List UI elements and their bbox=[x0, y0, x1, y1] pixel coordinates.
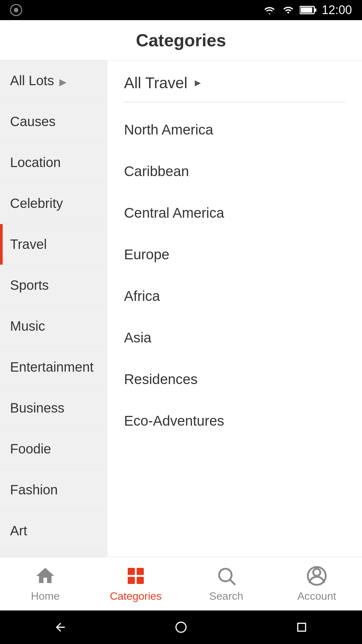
sidebar-item-sports[interactable]: Sports bbox=[0, 265, 107, 306]
svg-rect-5 bbox=[137, 568, 144, 575]
sidebar-item-music[interactable]: Music bbox=[0, 306, 107, 347]
nav-label-account: Account bbox=[297, 590, 336, 602]
all-travel-label: All Travel bbox=[124, 74, 187, 92]
sidebar-item-causes[interactable]: Causes bbox=[0, 101, 107, 142]
svg-point-8 bbox=[219, 569, 232, 581]
travel-item-residences[interactable]: Residences bbox=[107, 359, 362, 400]
status-time: 12:00 bbox=[322, 3, 352, 17]
all-travel-arrow: ► bbox=[193, 77, 203, 89]
travel-divider bbox=[124, 102, 345, 102]
category-sidebar: All Lots ▶CausesLocationCelebrityTravelS… bbox=[0, 60, 107, 557]
travel-item-caribbean[interactable]: Caribbean bbox=[107, 151, 362, 192]
nav-item-categories[interactable]: Categories bbox=[90, 565, 181, 602]
sidebar-item-location[interactable]: Location bbox=[0, 142, 107, 183]
sidebar-item-business[interactable]: Business bbox=[0, 388, 107, 429]
svg-rect-13 bbox=[298, 623, 305, 631]
svg-rect-2 bbox=[301, 7, 312, 13]
svg-point-12 bbox=[176, 622, 186, 632]
svg-line-9 bbox=[230, 580, 235, 585]
sidebar-item-all-lots[interactable]: All Lots ▶ bbox=[0, 60, 107, 101]
main-content: All Lots ▶CausesLocationCelebrityTravelS… bbox=[0, 60, 362, 557]
categories-icon bbox=[125, 565, 146, 587]
app-header: Categories bbox=[0, 20, 362, 60]
travel-item-asia[interactable]: Asia bbox=[107, 317, 362, 359]
search-icon bbox=[216, 565, 237, 587]
status-left bbox=[10, 4, 22, 16]
sidebar-item-art[interactable]: Art bbox=[0, 511, 107, 551]
battery-icon bbox=[300, 5, 316, 15]
all-lots-arrow-icon: ▶ bbox=[57, 77, 67, 87]
travel-item-north-america[interactable]: North America bbox=[107, 109, 362, 151]
home-button[interactable] bbox=[171, 617, 191, 637]
sidebar-item-travel[interactable]: Travel bbox=[0, 224, 107, 265]
sidebar-item-entertainment[interactable]: Entertainment bbox=[0, 347, 107, 388]
sidebar-item-fashion[interactable]: Fashion bbox=[0, 470, 107, 511]
back-button[interactable] bbox=[50, 617, 70, 637]
home-icon bbox=[35, 565, 56, 587]
account-icon bbox=[306, 565, 327, 587]
travel-item-europe[interactable]: Europe bbox=[107, 234, 362, 275]
sidebar-item-foodie[interactable]: Foodie bbox=[0, 429, 107, 470]
nav-label-search: Search bbox=[209, 590, 243, 602]
svg-rect-3 bbox=[314, 8, 316, 11]
wifi-icon bbox=[262, 5, 277, 15]
status-bar: 12:00 bbox=[0, 0, 362, 20]
sidebar-item-celebrity[interactable]: Celebrity bbox=[0, 183, 107, 224]
svg-rect-6 bbox=[128, 577, 135, 584]
svg-rect-4 bbox=[128, 568, 135, 575]
nav-item-account[interactable]: Account bbox=[272, 565, 362, 602]
travel-content-panel: All Travel ► North AmericaCaribbeanCentr… bbox=[107, 60, 362, 557]
nav-label-home: Home bbox=[31, 590, 59, 602]
all-travel-header[interactable]: All Travel ► bbox=[107, 60, 362, 99]
svg-rect-7 bbox=[137, 577, 144, 584]
signal-icon bbox=[282, 5, 294, 15]
nav-item-search[interactable]: Search bbox=[181, 565, 272, 602]
bottom-nav: Home Categories Search Account bbox=[0, 557, 362, 610]
travel-item-eco-adventures[interactable]: Eco-Adventures bbox=[107, 400, 362, 442]
travel-item-central-america[interactable]: Central America bbox=[107, 192, 362, 234]
nav-label-categories: Categories bbox=[110, 590, 162, 602]
nav-item-home[interactable]: Home bbox=[0, 565, 90, 602]
sidebar-item-merchandise[interactable]: Merchandise bbox=[0, 551, 107, 557]
travel-item-africa[interactable]: Africa bbox=[107, 275, 362, 317]
recents-button[interactable] bbox=[292, 617, 312, 637]
android-nav-bar bbox=[0, 610, 362, 644]
svg-point-0 bbox=[14, 8, 18, 12]
camera-icon bbox=[10, 4, 22, 16]
page-title: Categories bbox=[136, 30, 226, 50]
status-right: 12:00 bbox=[262, 3, 352, 17]
svg-point-10 bbox=[313, 569, 320, 576]
